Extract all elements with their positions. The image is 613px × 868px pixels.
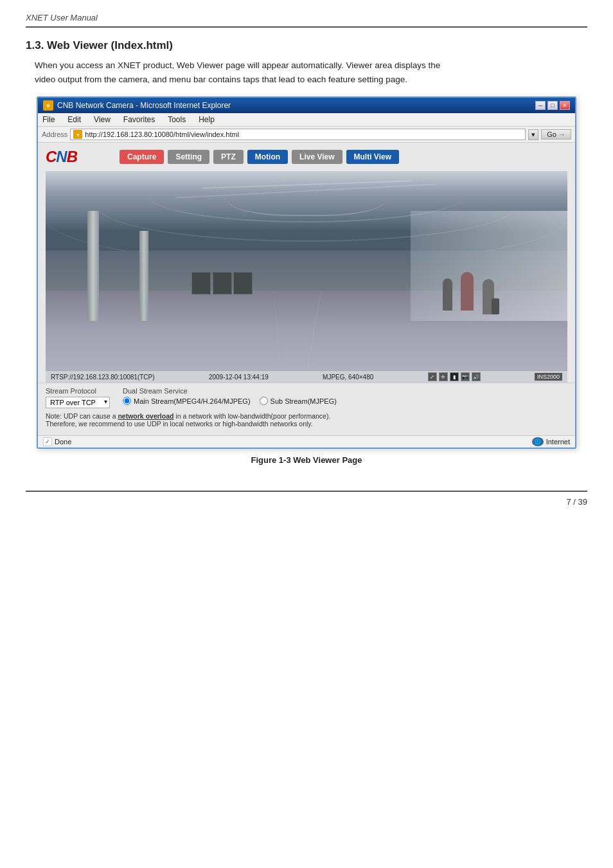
titlebar-left: e CNB Network Camera - Microsoft Interne… <box>43 100 231 111</box>
stream-protocol-section: Stream Protocol RTP over TCP <box>46 387 110 408</box>
dual-stream-label: Dual Stream Service <box>123 387 337 395</box>
go-arrow-icon: → <box>558 131 565 138</box>
browser-controls[interactable]: ─ □ ✕ <box>535 101 570 110</box>
browser-window: e CNB Network Camera - Microsoft Interne… <box>37 96 576 449</box>
done-label: Done <box>55 438 71 446</box>
address-url: http://192.168.123.80:10080/html/view/in… <box>85 131 239 138</box>
mic-icon[interactable]: 🔊 <box>472 372 481 381</box>
fit-icon[interactable]: ⤢ <box>428 372 437 381</box>
menu-favorites[interactable]: Favorites <box>121 114 157 125</box>
address-box[interactable]: e http://192.168.123.80:10080/html/view/… <box>70 129 526 140</box>
restore-button[interactable]: □ <box>547 101 558 110</box>
internet-label: Internet <box>546 438 570 446</box>
snapshot-icon[interactable]: 📷 <box>461 372 470 381</box>
browser-statusbar: ✓ Done 🌐 Internet <box>38 435 575 448</box>
go-button[interactable]: Go → <box>541 129 571 140</box>
timestamp-info: 2009-12-04 13:44:19 <box>209 374 269 381</box>
ins2000-tag: INS2000 <box>535 373 562 381</box>
section-title: 1.3. Web Viewer (Index.html) <box>26 39 587 52</box>
sub-stream-radio-label[interactable]: Sub Stream(MJPEG) <box>260 397 337 405</box>
statusbar-icons: ⤢ ✛ ▮ 📷 🔊 <box>428 372 481 381</box>
sub-stream-text: Sub Stream(MJPEG) <box>271 397 337 405</box>
menu-view[interactable]: View <box>92 114 112 125</box>
close-button[interactable]: ✕ <box>560 101 570 110</box>
doc-header: XNET User Manual <box>26 13 587 23</box>
browser-menubar: File Edit View Favorites Tools Help <box>38 113 575 127</box>
stream-protocol-select[interactable]: RTP over TCP <box>46 397 110 408</box>
desc-line1: When you access an XNET product, Web Vie… <box>35 60 440 70</box>
radio-group: Main Stream(MPEG4/H.264/MJPEG) Sub Strea… <box>123 397 337 405</box>
note-text: Note: UDP can cause a network overload i… <box>46 412 567 428</box>
main-stream-radio-label[interactable]: Main Stream(MPEG4/H.264/MJPEG) <box>123 397 251 405</box>
stream-select-wrapper[interactable]: RTP over TCP <box>46 397 110 408</box>
stream-protocol-label: Stream Protocol <box>46 387 110 395</box>
minimize-button[interactable]: ─ <box>535 101 546 110</box>
camera-bottom-controls: Stream Protocol RTP over TCP Dual Stream… <box>38 383 575 435</box>
stream-row: Stream Protocol RTP over TCP Dual Stream… <box>46 387 567 408</box>
camera-content: CNB Capture Setting PTZ Motion Live View… <box>38 143 575 448</box>
address-dropdown[interactable]: ▾ <box>528 129 538 140</box>
page-footer: 7 / 39 <box>26 492 587 507</box>
internet-status-area: 🌐 Internet <box>532 437 570 446</box>
browser-titlebar: e CNB Network Camera - Microsoft Interne… <box>38 98 575 113</box>
format-info: MJPEG, 640×480 <box>323 374 373 381</box>
browser-ie-icon: e <box>43 100 53 111</box>
address-label: Address <box>42 131 67 138</box>
setting-button[interactable]: Setting <box>168 150 209 164</box>
video-area <box>46 171 567 370</box>
go-label: Go <box>547 131 556 138</box>
move-icon[interactable]: ✛ <box>439 372 448 381</box>
main-stream-radio[interactable] <box>123 397 131 405</box>
capture-button[interactable]: Capture <box>120 150 164 164</box>
menu-edit[interactable]: Edit <box>66 114 83 125</box>
camera-toolbar: CNB Capture Setting PTZ Motion Live View… <box>38 148 575 171</box>
motion-button[interactable]: Motion <box>247 150 288 164</box>
done-icon: ✓ <box>43 437 52 446</box>
liveview-button[interactable]: Live View <box>292 150 342 164</box>
browser-title: CNB Network Camera - Microsoft Internet … <box>57 101 231 110</box>
internet-globe-icon: 🌐 <box>532 437 544 446</box>
ptz-button[interactable]: PTZ <box>213 150 244 164</box>
sub-stream-radio[interactable] <box>260 397 268 405</box>
multiview-button[interactable]: Multi View <box>346 150 399 164</box>
top-divider <box>26 26 587 28</box>
menu-help[interactable]: Help <box>197 114 217 125</box>
menu-file[interactable]: File <box>40 114 57 125</box>
menu-tools[interactable]: Tools <box>166 114 188 125</box>
figure-caption: Figure 1-3 Web Viewer Page <box>26 455 587 465</box>
cnb-logo: CNB <box>46 148 77 166</box>
status-done-area: ✓ Done <box>43 437 71 446</box>
airport-scene-image <box>46 171 567 370</box>
section-description: When you access an XNET product, Web Vie… <box>35 59 587 86</box>
main-stream-text: Main Stream(MPEG4/H.264/MJPEG) <box>134 397 251 405</box>
page-icon: e <box>73 130 82 139</box>
record-icon[interactable]: ▮ <box>450 372 459 381</box>
video-statusbar: RTSP://192.168.123.80:10081(TCP) 2009-12… <box>46 370 567 383</box>
desc-line2: video output from the camera, and menu b… <box>35 75 407 84</box>
page-number: 7 / 39 <box>566 497 587 507</box>
browser-addressbar: Address e http://192.168.123.80:10080/ht… <box>38 127 575 143</box>
dual-stream-section: Dual Stream Service Main Stream(MPEG4/H.… <box>123 387 337 408</box>
rtsp-info: RTSP://192.168.123.80:10081(TCP) <box>51 374 155 381</box>
